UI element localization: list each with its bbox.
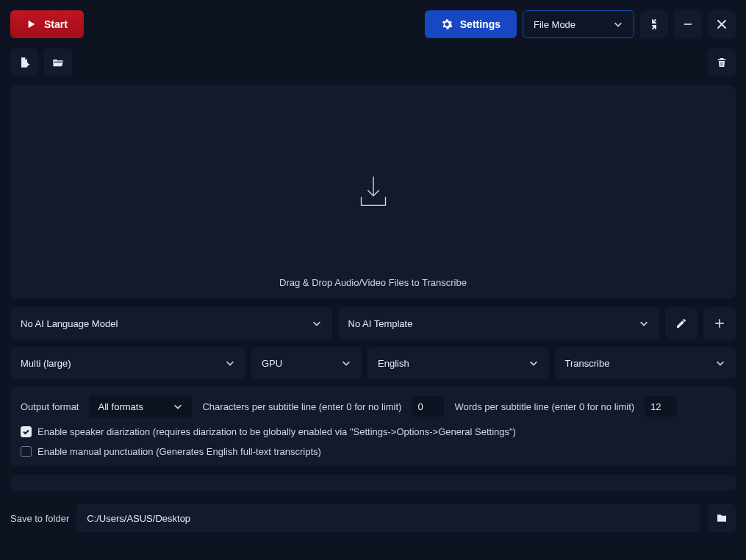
engine-row: Multi (large) GPU English Transcribe <box>10 347 736 379</box>
output-row: Output format All formats Characters per… <box>21 395 725 417</box>
pencil-icon <box>675 317 687 329</box>
collapse-icon <box>648 18 660 30</box>
punctuation-checkbox[interactable] <box>21 446 32 457</box>
ai-model-value: No AI Language Model <box>21 318 118 329</box>
chevron-down-icon <box>341 358 351 368</box>
check-icon <box>22 428 30 436</box>
ai-row: No AI Language Model No AI Template <box>10 307 736 340</box>
save-row: Save to folder C:/Users/ASUS/Desktop <box>10 504 736 532</box>
mode-select[interactable]: File Mode <box>523 10 634 38</box>
clear-list-button[interactable] <box>708 49 736 76</box>
top-bar: Start Settings File Mode <box>10 10 736 38</box>
words-per-line-input[interactable] <box>645 396 677 417</box>
save-folder-label: Save to folder <box>10 513 69 524</box>
minimize-icon <box>682 18 694 30</box>
save-folder-path-value: C:/Users/ASUS/Desktop <box>87 513 190 524</box>
transcribe-model-select[interactable]: Multi (large) <box>10 347 245 379</box>
output-format-value: All formats <box>98 401 143 412</box>
progress-bar <box>10 475 736 491</box>
add-file-button[interactable] <box>10 49 38 76</box>
play-icon <box>26 19 37 29</box>
chevron-down-icon <box>173 401 183 412</box>
ai-template-select[interactable]: No AI Template <box>338 307 660 340</box>
chars-per-line-input[interactable] <box>412 396 444 417</box>
browse-folder-button[interactable] <box>708 504 736 532</box>
language-select[interactable]: English <box>367 347 549 379</box>
open-folder-button[interactable] <box>44 49 72 76</box>
device-select[interactable]: GPU <box>251 347 362 379</box>
save-folder-path[interactable]: C:/Users/ASUS/Desktop <box>76 504 700 532</box>
folder-open-icon <box>52 57 64 68</box>
chevron-down-icon <box>715 358 725 368</box>
output-format-select[interactable]: All formats <box>89 395 192 417</box>
transcribe-model-value: Multi (large) <box>21 358 71 369</box>
chevron-down-icon <box>312 318 322 329</box>
plus-icon <box>714 317 725 329</box>
download-tray-icon <box>357 173 390 211</box>
chevron-down-icon <box>639 318 649 329</box>
close-icon <box>716 18 728 30</box>
file-add-icon <box>18 57 30 68</box>
diarization-checkbox[interactable] <box>21 426 32 437</box>
chevron-down-icon <box>225 358 235 368</box>
chevron-down-icon <box>528 358 539 368</box>
folder-icon <box>716 512 728 524</box>
file-toolbar <box>10 49 736 76</box>
settings-button-label: Settings <box>460 18 501 30</box>
chevron-down-icon <box>613 19 623 29</box>
output-format-label: Output format <box>21 401 79 412</box>
start-button[interactable]: Start <box>10 10 84 38</box>
task-select[interactable]: Transcribe <box>555 347 736 379</box>
diarization-label: Enable speaker diarization (requires dia… <box>37 426 516 437</box>
edit-template-button[interactable] <box>665 307 697 340</box>
ai-model-select[interactable]: No AI Language Model <box>10 307 332 340</box>
diarization-row: Enable speaker diarization (requires dia… <box>21 426 725 437</box>
ai-template-value: No AI Template <box>348 318 413 329</box>
close-button[interactable] <box>708 10 736 38</box>
punctuation-label: Enable manual punctuation (Generates Eng… <box>37 446 321 457</box>
add-template-button[interactable] <box>703 307 736 340</box>
task-value: Transcribe <box>565 358 610 369</box>
words-per-line-label: Words per subtitle line (enter 0 for no … <box>454 401 634 412</box>
mode-select-value: File Mode <box>534 19 575 30</box>
trash-icon <box>716 57 728 68</box>
dropzone-hint: Drag & Drop Audio/Video Files to Transcr… <box>279 277 467 288</box>
language-value: English <box>378 358 409 369</box>
start-button-label: Start <box>44 18 68 30</box>
settings-button[interactable]: Settings <box>425 10 517 38</box>
options-panel: Output format All formats Characters per… <box>10 387 736 466</box>
punctuation-row: Enable manual punctuation (Generates Eng… <box>21 446 725 457</box>
chars-per-line-label: Characters per subtitle line (enter 0 fo… <box>202 401 401 412</box>
dropzone[interactable]: Drag & Drop Audio/Video Files to Transcr… <box>10 85 736 298</box>
svg-rect-0 <box>684 24 692 25</box>
device-value: GPU <box>262 358 282 369</box>
gear-icon <box>441 18 453 30</box>
minimize-button[interactable] <box>674 10 702 38</box>
collapse-button[interactable] <box>640 10 668 38</box>
